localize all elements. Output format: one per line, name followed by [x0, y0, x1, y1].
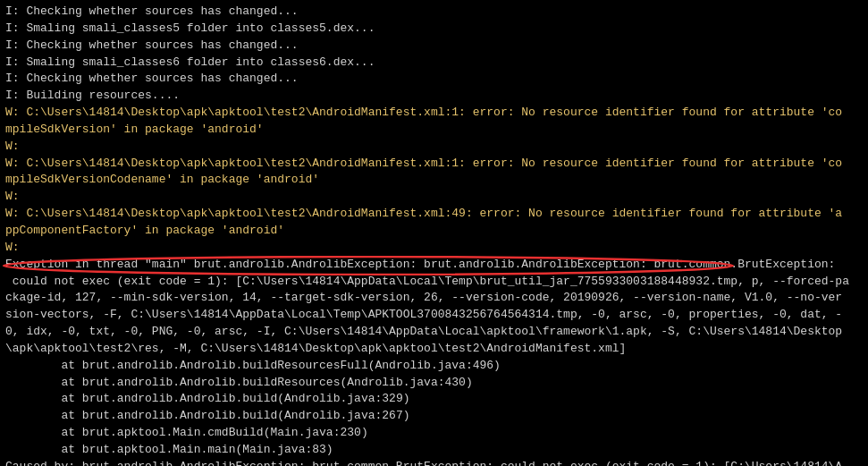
exception-line: Exception in thread "main" brut.androlib… — [5, 257, 863, 274]
exception-line: could not exec (exit code = 1): [C:\User… — [5, 274, 863, 291]
stacktrace-line: at brut.androlib.Androlib.buildResources… — [5, 375, 863, 392]
terminal-output: I: Checking whether sources has changed.… — [5, 4, 863, 466]
warning-line: mpileSdkVersionCodename' in package 'and… — [5, 172, 863, 189]
stacktrace-line: at brut.apktool.Main.cmdBuild(Main.java:… — [5, 425, 863, 442]
exception-line: sion-vectors, -F, C:\Users\14814\AppData… — [5, 307, 863, 324]
log-line: I: Checking whether sources has changed.… — [5, 71, 863, 88]
exception-line: \apk\apktool\test2\res, -M, C:\Users\148… — [5, 341, 863, 358]
warning-line: W: C:\Users\14814\Desktop\apk\apktool\te… — [5, 105, 863, 122]
warning-line: mpileSdkVersion' in package 'android' — [5, 122, 863, 139]
exception-block: Exception in thread "main" brut.androlib… — [5, 257, 863, 358]
log-line: I: Smaling smali_classes6 folder into cl… — [5, 55, 863, 72]
warning-line: W: — [5, 240, 863, 257]
exception-line: 0, idx, -0, txt, -0, PNG, -0, arsc, -I, … — [5, 324, 863, 341]
stacktrace-line: at brut.androlib.Androlib.buildResources… — [5, 358, 863, 375]
exception-line: ckage-id, 127, --min-sdk-version, 14, --… — [5, 290, 863, 307]
log-line: I: Smaling smali_classes5 folder into cl… — [5, 21, 863, 38]
stacktrace-line: at brut.androlib.Androlib.build(Androlib… — [5, 408, 863, 425]
warning-line: ppComponentFactory' in package 'android' — [5, 223, 863, 240]
warning-line: W: C:\Users\14814\Desktop\apk\apktool\te… — [5, 156, 863, 173]
stacktrace-line: at brut.apktool.Main.main(Main.java:83) — [5, 442, 863, 459]
terminal-window: I: Checking whether sources has changed.… — [0, 0, 868, 466]
warning-line: W: C:\Users\14814\Desktop\apk\apktool\te… — [5, 206, 863, 223]
caused-by-line: Caused by: brut.androlib.AndrolibExcepti… — [5, 459, 863, 466]
warning-line: W: — [5, 139, 863, 156]
stacktrace-line: at brut.androlib.Androlib.build(Androlib… — [5, 391, 863, 408]
log-line: I: Checking whether sources has changed.… — [5, 4, 863, 21]
log-line: I: Checking whether sources has changed.… — [5, 38, 863, 55]
warning-line: W: — [5, 189, 863, 206]
log-line: I: Building resources.... — [5, 88, 863, 105]
